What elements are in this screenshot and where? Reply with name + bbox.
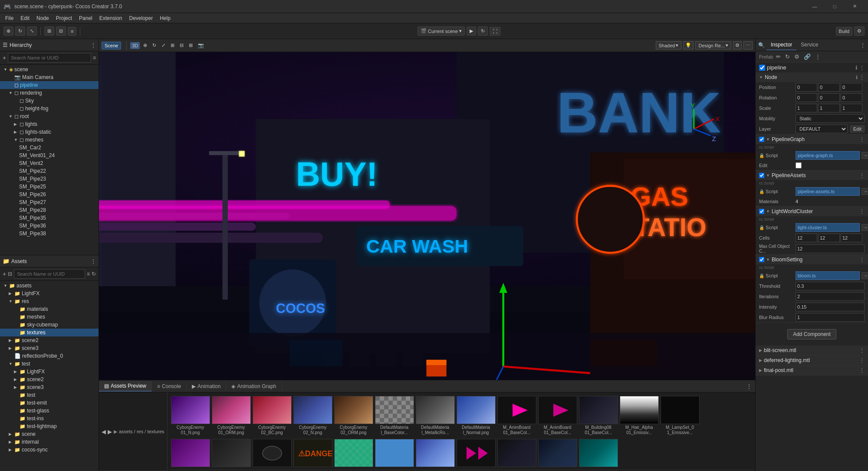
asset-item-scene[interactable]: ▶ 📁 scene — [0, 430, 99, 438]
bloom-script-btn[interactable]: → — [861, 272, 868, 279]
menu-developer[interactable]: Developer — [125, 14, 156, 22]
tree-item-sm-pipe25[interactable]: SM_Pipe25 — [0, 183, 99, 191]
position-x[interactable] — [796, 83, 817, 92]
asset-item-lightfx[interactable]: ▶ 📁 LightFX — [0, 290, 99, 297]
tree-item-sm-pipe38[interactable]: SM_Pipe38 — [0, 230, 99, 237]
path-forward-btn[interactable]: ▶ — [108, 428, 112, 435]
tree-item-meshes[interactable]: ▼ ◻ meshes — [0, 136, 99, 144]
scale-z[interactable] — [841, 104, 862, 112]
lwc-enabled[interactable] — [759, 209, 764, 214]
pa-script-btn[interactable]: → — [861, 188, 868, 195]
menu-project[interactable]: Project — [53, 14, 76, 22]
scale-y[interactable] — [818, 104, 840, 112]
asset-item-hair-alpha[interactable]: M_Hair_Alpha01_Emissiv... — [620, 396, 659, 435]
pipeline-info-btn[interactable]: ℹ — [855, 65, 858, 71]
camera-btn[interactable]: 📷 — [196, 42, 206, 49]
tree-item-sm-pipe26[interactable]: SM_Pipe26 — [0, 191, 99, 198]
asset-row2-9[interactable] — [497, 439, 536, 468]
play-button[interactable]: ▶ — [467, 26, 476, 36]
menu-node[interactable]: Node — [33, 14, 53, 22]
tree-item-sm-pipe27[interactable]: SM_Pipe27 — [0, 198, 99, 206]
align-btn[interactable]: ≡ — [68, 27, 76, 36]
asset-item-cyborg02bc[interactable]: CyborgEnemy02_BC.png — [253, 396, 292, 435]
layer-edit-btn[interactable]: Edit — [850, 125, 865, 132]
tree-item-sm-car2[interactable]: SM_Car2 — [0, 144, 99, 152]
asset-item-scene2[interactable]: ▶ 📁 scene2 — [0, 336, 99, 344]
grid-btn[interactable]: ⊟ — [56, 26, 66, 36]
maximize-view-button[interactable]: ⛶ — [490, 27, 500, 36]
hierarchy-view-btn[interactable]: ≡ — [93, 55, 96, 61]
asset-row2-4[interactable]: ⚠DANGER — [293, 439, 332, 468]
rotation-z[interactable] — [841, 93, 862, 102]
viewport[interactable]: BANK GAS STATIO BUY! — [99, 52, 755, 380]
asset-item-defaultmat-base[interactable]: DefaultMaterial_BaseColor... — [375, 396, 414, 435]
asset-item-cyborg01n[interactable]: CyborgEnemy01_N.png — [171, 396, 210, 435]
tree-item-sm-pipe28[interactable]: SM_Pipe28 — [0, 206, 99, 214]
rotation-x[interactable] — [796, 93, 817, 102]
hierarchy-menu-btn[interactable]: ⋮ — [91, 42, 96, 48]
prefab-edit-btn[interactable]: ✏ — [775, 53, 782, 60]
asset-item-meshes[interactable]: 📁 meshes — [0, 313, 99, 321]
tree-item-sm-pipe23[interactable]: SM_Pipe23 — [0, 175, 99, 183]
pipeline-menu-btn[interactable]: ⋮ — [859, 65, 865, 71]
transform-rotate-btn[interactable]: ↻ — [15, 26, 25, 36]
bloom-enabled[interactable] — [759, 257, 764, 262]
lwc-cells-y[interactable] — [818, 234, 840, 242]
tab-service[interactable]: Service — [796, 40, 822, 50]
tab-inspector[interactable]: Inspector — [766, 40, 796, 50]
asset-item-cocos-sync[interactable]: ▶ 📁 cocos-sync — [0, 446, 99, 454]
lwc-menu-btn[interactable]: ⋮ — [859, 208, 865, 214]
tree-item-sm-pipe35[interactable]: SM_Pipe35 — [0, 214, 99, 222]
prefab-refresh-btn[interactable]: ↻ — [784, 53, 791, 60]
asset-item-textures[interactable]: 📁 textures — [0, 329, 99, 336]
bloom-script-input[interactable] — [796, 271, 860, 280]
bloom-threshold-input[interactable] — [796, 282, 865, 290]
asset-row2-8[interactable] — [457, 439, 496, 468]
pg-script-input[interactable] — [796, 151, 860, 160]
tree-item-sm-vent2[interactable]: SM_Vent2 — [0, 159, 99, 167]
assets-menu-btn[interactable]: ⋮ — [91, 258, 96, 264]
asset-item-lampset[interactable]: M_LampSet_01_Emissive... — [661, 396, 700, 435]
lwc-script-btn[interactable]: → — [861, 224, 868, 231]
pg-script-btn[interactable]: → — [861, 152, 868, 159]
snap-toggle-btn[interactable]: ⊟ — [178, 42, 185, 49]
tree-item-sm-pipe36[interactable]: SM_Pipe36 — [0, 222, 99, 230]
minimize-button[interactable]: — — [805, 0, 825, 13]
bloom-menu-btn[interactable]: ⋮ — [859, 257, 865, 263]
tree-item-sm-pipe22[interactable]: SM_Pipe22 — [0, 167, 99, 175]
asset-item-test-test[interactable]: 📁 test — [0, 391, 99, 399]
lwc-header[interactable]: ▼ LightWorldCluster ⋮ — [756, 207, 868, 216]
asset-item-building08[interactable]: M_Building0801_BaseCol... — [579, 396, 618, 435]
bottom-panel-menu-btn[interactable]: ⋮ — [743, 382, 755, 391]
asset-item-test[interactable]: ▼ 📁 test — [0, 360, 99, 368]
scale-x[interactable] — [796, 104, 817, 112]
asset-item-animboard01b[interactable]: M_AnimBoard01_BaseCol... — [538, 396, 577, 435]
asset-item-reflection[interactable]: 📄 reflectionProbe_0 — [0, 352, 99, 360]
publish-button[interactable]: ⚙ — [854, 26, 865, 36]
tree-item-lights-static[interactable]: ▶ ◻ lights-static — [0, 128, 99, 136]
layer-select[interactable]: DEFAULT — [796, 125, 848, 133]
bloom-header[interactable]: ▼ BloomSetting ⋮ — [756, 255, 868, 264]
asset-item-cyborg02orm[interactable]: CyborgEnemy02_ORM.png — [334, 396, 373, 435]
snap-btn[interactable]: ⊞ — [44, 26, 54, 36]
menu-extension[interactable]: Extension — [96, 14, 126, 22]
asset-item-cyborg02n[interactable]: CyborgEnemy02_N.png — [293, 396, 332, 435]
add-component-button[interactable]: Add Component — [787, 329, 836, 339]
tree-item-scene[interactable]: ▼ ◈ scene — [0, 66, 99, 73]
assets-search[interactable] — [14, 269, 85, 279]
asset-row2-3[interactable] — [253, 439, 292, 468]
asset-item-test-lightmap[interactable]: 📁 test-lightmap — [0, 422, 99, 430]
prefab-unlink-btn[interactable]: 🔗 — [802, 53, 812, 60]
pa-script-input[interactable] — [796, 187, 860, 196]
prefab-settings-btn[interactable]: ⚙ — [793, 53, 801, 60]
inspector-menu-btn[interactable]: ⋮ — [860, 42, 865, 48]
pa-enabled[interactable] — [759, 173, 764, 178]
add-node-button[interactable]: + — [3, 54, 6, 61]
rotation-y[interactable] — [818, 93, 840, 102]
asset-item-materials[interactable]: 📁 materials — [0, 305, 99, 313]
asset-item-test-ins[interactable]: 📁 test-ins — [0, 415, 99, 422]
tree-item-rendering[interactable]: ▼ ◻ rendering — [0, 89, 99, 97]
assets-refresh-btn[interactable]: ↻ — [92, 271, 96, 277]
scale-gizmo-btn[interactable]: ⤢ — [160, 42, 167, 49]
pg-menu-btn[interactable]: ⋮ — [859, 136, 865, 142]
